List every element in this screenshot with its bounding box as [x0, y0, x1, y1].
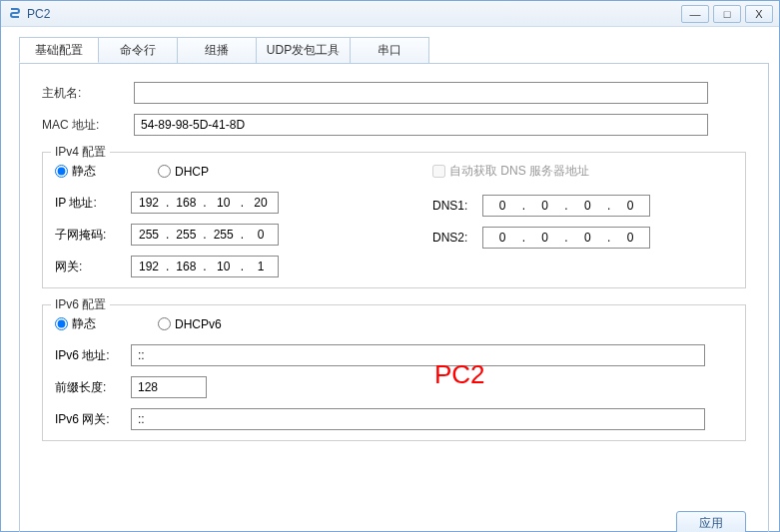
gateway-input[interactable]: . . . — [131, 256, 279, 277]
tab-udp[interactable]: UDP发包工具 — [256, 37, 351, 63]
dns2-label: DNS2: — [432, 231, 482, 245]
ipv6-prefix-input[interactable] — [131, 376, 207, 398]
window-title: PC2 — [27, 7, 50, 21]
tab-cli[interactable]: 命令行 — [98, 37, 178, 63]
hostname-label: 主机名: — [42, 85, 134, 102]
ipv6-dhcp-radio[interactable]: DHCPv6 — [158, 317, 222, 331]
mask-input[interactable]: . . . — [131, 224, 279, 246]
tab-multicast[interactable]: 组播 — [177, 37, 257, 63]
apply-button[interactable]: 应用 — [676, 511, 746, 532]
mask-label: 子网掩码: — [55, 227, 131, 244]
ipv6-fieldset: IPv6 配置 静态 DHCPv6 IPv6 地址: 前缀长度: IPv6 网关… — [42, 304, 746, 441]
maximize-button[interactable]: □ — [713, 5, 741, 23]
dns1-label: DNS1: — [432, 199, 482, 213]
title-bar: PC2 — □ X — [1, 1, 779, 27]
tab-serial[interactable]: 串口 — [350, 37, 429, 63]
app-icon — [7, 6, 23, 22]
ipv6-addr-label: IPv6 地址: — [55, 347, 131, 364]
mac-input[interactable] — [134, 114, 708, 136]
ip-label: IP 地址: — [55, 195, 131, 212]
tab-bar: 基础配置 命令行 组播 UDP发包工具 串口 — [19, 37, 769, 63]
close-button[interactable]: X — [745, 5, 773, 23]
ipv6-legend: IPv6 配置 — [51, 296, 110, 313]
ipv6-static-radio[interactable]: 静态 — [55, 315, 96, 332]
ipv6-gw-label: IPv6 网关: — [55, 411, 131, 428]
config-panel: 主机名: MAC 地址: IPv4 配置 静态 DHCP 自动获取 DNS 服务… — [19, 63, 769, 532]
ipv6-gw-input[interactable] — [131, 408, 705, 430]
ipv4-static-radio[interactable]: 静态 — [55, 163, 96, 180]
tab-basic[interactable]: 基础配置 — [19, 37, 99, 63]
ipv4-legend: IPv4 配置 — [51, 144, 110, 161]
ip-input[interactable]: . . . — [131, 192, 279, 214]
gateway-label: 网关: — [55, 259, 131, 275]
ipv4-dhcp-radio[interactable]: DHCP — [158, 165, 209, 179]
ipv4-fieldset: IPv4 配置 静态 DHCP 自动获取 DNS 服务器地址 IP 地址: . … — [42, 152, 746, 288]
ipv6-prefix-label: 前缀长度: — [55, 379, 131, 396]
minimize-button[interactable]: — — [681, 5, 709, 23]
auto-dns-checkbox[interactable]: 自动获取 DNS 服务器地址 — [432, 163, 589, 180]
dns1-input[interactable]: . . . — [482, 195, 650, 217]
ipv6-addr-input[interactable] — [131, 344, 705, 366]
dns2-input[interactable]: . . . — [482, 227, 650, 249]
hostname-input[interactable] — [134, 82, 708, 104]
mac-label: MAC 地址: — [42, 117, 134, 134]
app-window: PC2 — □ X 基础配置 命令行 组播 UDP发包工具 串口 主机名: MA… — [0, 0, 780, 532]
